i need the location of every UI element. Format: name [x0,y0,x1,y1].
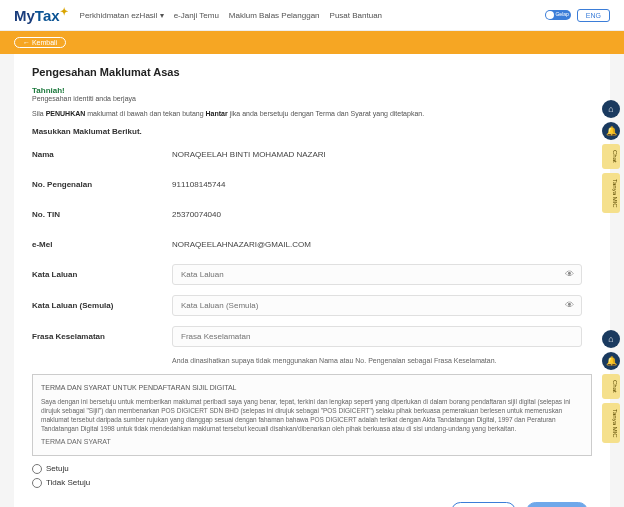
home-icon[interactable]: ⌂ [602,330,620,348]
nav-bantuan[interactable]: Pusat Bantuan [330,11,382,20]
success-heading: Tahniah! [32,86,592,95]
reset-button[interactable]: Semula [451,502,516,507]
nav-maklum[interactable]: Maklum Balas Pelanggan [229,11,320,20]
label-emel: e-Mel [32,240,172,249]
label-nop: No. Pengenalan [32,180,172,189]
back-button[interactable]: ← Kembali [14,37,66,48]
language-button[interactable]: ENG [577,9,610,22]
value-nama: NORAQEELAH BINTI MOHAMAD NAZARI [172,150,326,159]
home-icon[interactable]: ⌂ [602,100,620,118]
security-phrase-input[interactable] [172,326,582,347]
terms-sub: TERMA DAN SYARAT [41,437,583,447]
bell-icon[interactable]: 🔔 [602,122,620,140]
success-sub: Pengesahan identiti anda berjaya [32,95,592,102]
tanya-tab[interactable]: Tanya MIC [602,173,620,214]
eye-icon[interactable]: 👁 [565,300,574,310]
nav-ezhasil[interactable]: Perkhidmatan ezHasil ▾ [80,11,164,20]
nav-ejanji[interactable]: e-Janji Temu [174,11,219,20]
security-hint: Anda dinasihatkan supaya tidak menggunak… [172,357,592,364]
label-nama: Nama [32,150,172,159]
label-security-phrase: Frasa Keselamatan [32,332,172,341]
chat-tab[interactable]: Chat [602,374,620,399]
terms-body: Saya dengan ini bersetuju untuk memberik… [41,397,583,433]
password-input[interactable] [172,264,582,285]
label-tin: No. TIN [32,210,172,219]
radio-agree[interactable]: Setuju [32,464,592,474]
label-password: Kata Laluan [32,270,172,279]
terms-title: TERMA DAN SYARAT UNTUK PENDAFTARAN SIJIL… [41,383,583,393]
section-label: Masukkan Maklumat Berikut. [32,127,592,136]
bell-icon[interactable]: 🔔 [602,352,620,370]
value-tin: 25370074040 [172,210,221,219]
chat-tab[interactable]: Chat [602,144,620,169]
password-confirm-input[interactable] [172,295,582,316]
dark-mode-toggle[interactable]: Gelap [545,10,571,20]
value-nop: 911108145744 [172,180,225,189]
eye-icon[interactable]: 👁 [565,269,574,279]
instruction-text: Sila PENUHKAN maklumat di bawah dan teka… [32,110,592,117]
page-title: Pengesahan Maklumat Asas [32,66,592,78]
radio-disagree[interactable]: Tidak Setuju [32,478,592,488]
submit-button[interactable]: Hantar [526,502,588,507]
terms-box[interactable]: TERMA DAN SYARAT UNTUK PENDAFTARAN SIJIL… [32,374,592,456]
value-emel: NORAQEELAHNAZARI@GMAIL.COM [172,240,311,249]
logo: MyTax✦ [14,6,68,24]
tanya-tab[interactable]: Tanya MIC [602,403,620,444]
label-password-confirm: Kata Laluan (Semula) [32,301,172,310]
